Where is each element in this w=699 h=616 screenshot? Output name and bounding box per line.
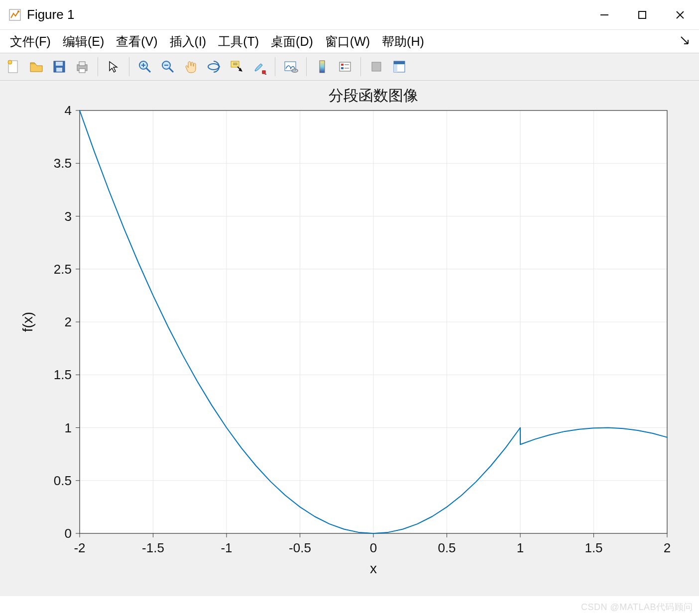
rotate-3d-button[interactable] (203, 56, 224, 77)
menu-desktop[interactable]: 桌面(D) (266, 31, 318, 52)
legend-button[interactable] (335, 56, 355, 77)
matlab-figure-icon (9, 9, 21, 21)
svg-text:1: 1 (65, 420, 72, 435)
svg-rect-34 (372, 62, 381, 71)
zoom-out-button[interactable] (157, 56, 178, 77)
svg-text:-1: -1 (221, 540, 232, 555)
menu-window[interactable]: 窗口(W) (320, 31, 375, 52)
menu-tools[interactable]: 工具(T) (213, 31, 264, 52)
maximize-button[interactable] (623, 0, 661, 30)
svg-text:2: 2 (664, 540, 671, 555)
svg-rect-10 (56, 68, 62, 72)
svg-text:-0.5: -0.5 (289, 540, 311, 555)
svg-text:分段函数图像: 分段函数图像 (329, 87, 418, 103)
toolbar-separator (360, 57, 361, 76)
menubar: 文件(F) 编辑(E) 查看(V) 插入(I) 工具(T) 桌面(D) 窗口(W… (0, 30, 699, 53)
window-title: Figure 1 (27, 7, 74, 22)
svg-rect-13 (79, 69, 85, 73)
svg-text:0.5: 0.5 (54, 473, 72, 488)
toolbar-separator (129, 57, 129, 76)
axes-container: -2-1.5-1-0.500.511.5200.511.522.533.54分段… (0, 81, 699, 596)
svg-text:f(x): f(x) (20, 312, 35, 332)
svg-rect-3 (639, 11, 646, 18)
pan-button[interactable] (180, 56, 201, 77)
svg-text:0: 0 (65, 526, 72, 541)
svg-text:0.5: 0.5 (438, 540, 456, 555)
hide-plot-tools-button[interactable] (366, 56, 387, 77)
svg-point-7 (8, 60, 12, 64)
svg-rect-12 (79, 62, 85, 66)
svg-text:2.5: 2.5 (54, 262, 72, 277)
svg-rect-30 (341, 64, 344, 66)
svg-rect-31 (341, 67, 344, 69)
save-button[interactable] (49, 56, 70, 77)
menu-help[interactable]: 帮助(H) (377, 31, 429, 52)
titlebar: Figure 1 (0, 0, 699, 30)
svg-point-21 (208, 64, 219, 70)
svg-text:1: 1 (517, 540, 524, 555)
svg-text:3.5: 3.5 (54, 156, 72, 171)
svg-rect-36 (394, 61, 405, 64)
svg-text:3: 3 (65, 209, 72, 224)
svg-rect-37 (394, 64, 397, 72)
close-button[interactable] (661, 0, 699, 30)
svg-text:-2: -2 (74, 540, 85, 555)
open-file-button[interactable] (26, 56, 47, 77)
toolbar (0, 53, 699, 81)
svg-text:-1.5: -1.5 (142, 540, 164, 555)
data-cursor-button[interactable] (226, 56, 247, 77)
colorbar-button[interactable] (312, 56, 333, 77)
menu-view[interactable]: 查看(V) (111, 31, 162, 52)
pointer-button[interactable] (103, 56, 124, 77)
svg-text:0: 0 (370, 540, 377, 555)
axes[interactable]: -2-1.5-1-0.500.511.5200.511.522.533.54分段… (0, 81, 699, 596)
svg-point-1 (17, 10, 19, 12)
toolbar-separator (275, 57, 275, 76)
show-plot-tools-button[interactable] (389, 56, 410, 77)
svg-text:4: 4 (65, 103, 72, 118)
svg-rect-25 (262, 71, 265, 74)
menu-edit[interactable]: 编辑(E) (58, 31, 109, 52)
svg-text:1.5: 1.5 (584, 540, 602, 555)
menu-insert[interactable]: 插入(I) (165, 31, 212, 52)
minimize-button[interactable] (585, 0, 623, 30)
svg-rect-9 (56, 62, 63, 66)
print-button[interactable] (72, 56, 93, 77)
svg-text:1.5: 1.5 (54, 367, 72, 382)
svg-rect-22 (231, 61, 239, 67)
undock-arrow-icon[interactable] (680, 36, 689, 47)
new-figure-button[interactable] (3, 56, 24, 77)
svg-text:x: x (370, 561, 377, 576)
brush-button[interactable] (249, 56, 270, 77)
svg-line-15 (146, 68, 150, 72)
svg-rect-28 (320, 61, 325, 73)
toolbar-separator (98, 57, 98, 76)
toolbar-separator (306, 57, 307, 76)
zoom-in-button[interactable] (134, 56, 155, 77)
menu-file[interactable]: 文件(F) (5, 31, 56, 52)
svg-rect-29 (340, 62, 350, 71)
svg-line-19 (169, 68, 173, 72)
watermark-text: CSDN @MATLAB代码顾问 (581, 601, 693, 613)
link-plots-button[interactable] (280, 56, 301, 77)
svg-text:2: 2 (65, 314, 72, 329)
